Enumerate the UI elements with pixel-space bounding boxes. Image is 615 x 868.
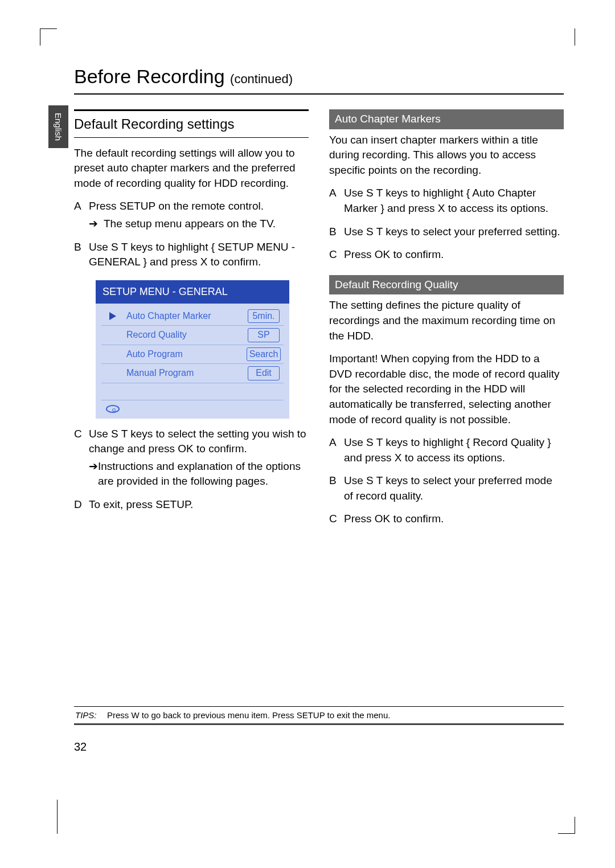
step-text: Use S T keys to select your preferred se… xyxy=(344,224,564,240)
menu-value: Edit xyxy=(248,366,280,380)
menu-value: SP xyxy=(248,328,280,342)
right-column: Auto Chapter Markers You can insert chap… xyxy=(329,109,564,527)
page-content: Before Recording (continued) Default Rec… xyxy=(74,65,564,527)
quality-heading: Default Recording Quality xyxy=(329,275,564,295)
section-title: Default Recording settings xyxy=(74,114,309,134)
title-text: Before Recording xyxy=(74,65,225,87)
auto-step-a: A Use S T keys to highlight { Auto Chapt… xyxy=(329,186,564,216)
step-num: B xyxy=(74,240,89,270)
arrow-icon: ➔ xyxy=(89,216,104,232)
auto-chapter-heading: Auto Chapter Markers xyxy=(329,109,564,129)
menu-row: Manual Program Edit xyxy=(101,364,284,383)
page-title: Before Recording (continued) xyxy=(74,65,564,88)
setup-menu-box: SETUP MENU - GENERAL Auto Chapter Marker… xyxy=(96,280,289,419)
step-num: C xyxy=(329,247,344,263)
tips-bar: TIPS: Press W to go back to previous men… xyxy=(74,706,564,725)
play-icon xyxy=(109,312,116,320)
step-c: C Use S T keys to select the setting you… xyxy=(74,427,309,489)
title-continued: (continued) xyxy=(230,72,293,86)
step-num: D xyxy=(74,497,89,513)
auto-chapter-text: You can insert chapter markers within a … xyxy=(329,133,564,178)
quality-step-b: B Use S T keys to select your preferred … xyxy=(329,473,564,503)
menu-label: Auto Program xyxy=(124,348,244,361)
step-text: Use S T keys to highlight { SETUP MENU -… xyxy=(89,240,309,270)
auto-step-b: B Use S T keys to select your preferred … xyxy=(329,224,564,240)
step-num: A xyxy=(329,435,344,465)
menu-label: Auto Chapter Marker xyxy=(124,310,244,322)
menu-label: Record Quality xyxy=(124,329,244,341)
page-number: 32 xyxy=(74,740,87,754)
quality-text2: Important! When copying from the HDD to … xyxy=(329,351,564,427)
menu-value: Search xyxy=(247,347,281,361)
step-num: C xyxy=(74,427,89,489)
step-num: A xyxy=(329,186,344,216)
language-tab: English xyxy=(48,105,68,148)
menu-label: Manual Program xyxy=(124,367,244,379)
step-sub: Instructions and explanation of the opti… xyxy=(98,459,309,489)
step-d: D To exit, press SETUP. xyxy=(74,497,309,513)
step-text: Press SETUP on the remote control. xyxy=(89,200,264,212)
step-text: Use S T keys to select your preferred mo… xyxy=(344,473,564,503)
intro-text: The default recording settings will allo… xyxy=(74,146,309,191)
left-column: Default Recording settings The default r… xyxy=(74,109,309,527)
setup-menu-title: SETUP MENU - GENERAL xyxy=(96,280,289,304)
menu-row: Auto Chapter Marker 5min. xyxy=(101,307,284,326)
step-a: A Press SETUP on the remote control. ➔ T… xyxy=(74,199,309,231)
title-rule xyxy=(74,93,564,95)
step-num: B xyxy=(329,224,344,240)
menu-value: 5min. xyxy=(248,309,280,323)
quality-text1: The setting defines the picture quality … xyxy=(329,298,564,343)
menu-row-empty xyxy=(101,383,284,400)
step-num: A xyxy=(74,199,89,231)
step-text: Press OK to confirm. xyxy=(344,247,564,263)
tips-text: Press W to go back to previous menu item… xyxy=(107,710,390,720)
step-b: B Use S T keys to highlight { SETUP MENU… xyxy=(74,240,309,270)
step-text: Use S T keys to highlight { Auto Chapter… xyxy=(344,186,564,216)
tips-label: TIPS: xyxy=(75,710,107,720)
quality-step-c: C Press OK to confirm. xyxy=(329,511,564,527)
arrow-icon: ➔ xyxy=(89,459,98,489)
step-text: Use S T keys to select the setting you w… xyxy=(89,428,306,455)
step-text: Use S T keys to highlight { Record Quali… xyxy=(344,435,564,465)
menu-row: Auto Program Search xyxy=(101,345,284,364)
step-sub: The setup menu appears on the TV. xyxy=(104,216,276,232)
auto-step-c: C Press OK to confirm. xyxy=(329,247,564,263)
menu-row: Record Quality SP xyxy=(101,326,284,345)
step-num: B xyxy=(329,473,344,503)
step-num: C xyxy=(329,511,344,527)
menu-row-disc xyxy=(101,400,284,417)
disc-icon xyxy=(106,405,120,413)
quality-step-a: A Use S T keys to highlight { Record Qua… xyxy=(329,435,564,465)
step-text: Press OK to confirm. xyxy=(344,511,564,527)
step-text: To exit, press SETUP. xyxy=(89,497,309,513)
